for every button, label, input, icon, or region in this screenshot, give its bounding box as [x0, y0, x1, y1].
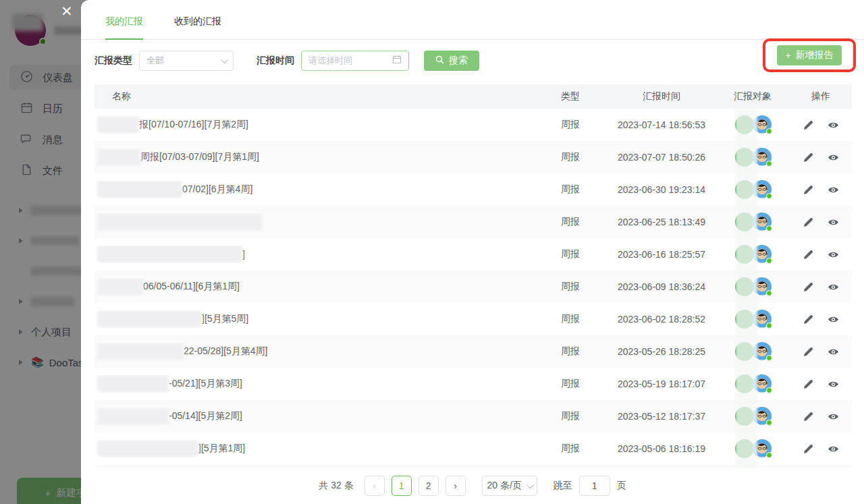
- report-name-visible: 报[07/10-07/16][7月第2周]: [139, 119, 248, 131]
- redacted-name: [97, 116, 139, 134]
- report-name-cell: -05/21][5月第3周]: [94, 375, 533, 393]
- header-time: 汇报时间: [608, 90, 716, 103]
- redacted-name: [97, 310, 202, 328]
- report-time-picker[interactable]: 请选择时间: [301, 51, 409, 71]
- report-type-select[interactable]: 全部: [139, 51, 234, 71]
- search-button[interactable]: 搜索: [424, 51, 479, 71]
- search-label: 搜索: [449, 55, 468, 67]
- report-name-cell: ][5月第5周]: [94, 310, 533, 328]
- redacted-name: [97, 408, 169, 425]
- report-name-cell: -05/14][5月第2周]: [94, 408, 533, 425]
- report-name-cell: 07/02][6月第4周]: [94, 181, 533, 198]
- report-name-visible: 07/02][6月第4周]: [182, 184, 252, 196]
- report-time-cell: 2023-07-07 18:50:26: [608, 152, 716, 163]
- online-status-dot: [766, 452, 772, 458]
- report-type-cell: 周报: [533, 216, 608, 228]
- report-ops-cell: [790, 119, 852, 131]
- edit-icon[interactable]: [803, 217, 814, 228]
- online-status-dot: [766, 161, 772, 167]
- view-icon[interactable]: [828, 281, 839, 293]
- report-type-cell: 周报: [533, 443, 608, 455]
- report-name-cell: ]: [94, 246, 533, 263]
- page-size-value: 20 条/页: [487, 480, 522, 492]
- edit-icon[interactable]: [803, 314, 814, 325]
- header-target: 汇报对象: [716, 90, 790, 103]
- online-status-dot: [766, 420, 772, 426]
- report-name-visible: -05/14][5月第2周]: [169, 410, 242, 422]
- tab-bar: 我的汇报 收到的汇报: [81, 0, 864, 40]
- view-icon[interactable]: [828, 443, 839, 455]
- chevron-down-icon: [221, 55, 228, 63]
- report-ops-cell: [790, 281, 852, 293]
- report-type-cell: 周报: [533, 248, 608, 260]
- report-type-label: 汇报类型: [94, 55, 132, 67]
- pagination-bar: 共 32 条 ‹ 1 2 › 20 条/页 跳至 页: [81, 468, 864, 504]
- edit-icon[interactable]: [803, 184, 814, 196]
- online-status-dot: [766, 128, 772, 134]
- edit-icon[interactable]: [803, 281, 814, 293]
- report-name-visible: 22-05/28][5月第4周]: [184, 345, 268, 358]
- redacted-name: [97, 246, 242, 263]
- plus-icon: +: [785, 50, 790, 61]
- redacted-name: [97, 375, 169, 393]
- redacted-name: [97, 343, 184, 360]
- report-type-cell: 周报: [533, 151, 608, 163]
- report-time-cell: 2023-06-30 19:23:14: [608, 184, 716, 195]
- report-name-cell: 22-05/28][5月第4周]: [94, 343, 533, 360]
- edit-icon[interactable]: [803, 249, 814, 260]
- view-icon[interactable]: [828, 411, 839, 422]
- view-icon[interactable]: [828, 152, 839, 163]
- view-icon[interactable]: [828, 314, 839, 325]
- reports-table: 名称 类型 汇报时间 汇报对象 操作 报[07/10-07/16][7月第2周]…: [94, 84, 852, 468]
- online-status-dot: [766, 355, 772, 361]
- online-status-dot: [766, 387, 772, 393]
- redacted-name: [97, 278, 143, 296]
- page-size-select[interactable]: 20 条/页: [482, 476, 537, 496]
- online-status-dot: [766, 225, 772, 231]
- view-icon[interactable]: [828, 217, 839, 228]
- edit-icon[interactable]: [803, 411, 814, 422]
- edit-icon[interactable]: [803, 119, 814, 131]
- tab-my-reports[interactable]: 我的汇报: [105, 16, 143, 40]
- online-status-dot: [766, 193, 772, 199]
- report-name-visible: ][5月第5周]: [202, 313, 248, 325]
- report-time-label: 汇报时间: [256, 55, 294, 67]
- header-type: 类型: [533, 90, 608, 103]
- report-ops-cell: [790, 314, 852, 325]
- total-count: 共 32 条: [319, 480, 353, 492]
- edit-icon[interactable]: [803, 443, 814, 455]
- redacted-name: [97, 148, 140, 166]
- report-ops-cell: [790, 379, 852, 390]
- report-name-cell: 周报[07/03-07/09][7月第1周]: [94, 148, 533, 166]
- report-time-cell: 2023-05-19 18:17:07: [608, 379, 716, 389]
- report-type-cell: 周报: [533, 313, 608, 325]
- next-page-button[interactable]: ›: [446, 476, 466, 496]
- view-icon[interactable]: [828, 346, 839, 358]
- report-name-visible: 06/05-06/11][6月第1周]: [143, 281, 240, 293]
- edit-icon[interactable]: [803, 346, 814, 358]
- report-ops-cell: [790, 249, 852, 260]
- jump-page-input[interactable]: [579, 476, 610, 496]
- add-report-button[interactable]: + 新增报告: [777, 45, 842, 65]
- add-report-label: 新增报告: [796, 49, 834, 61]
- view-icon[interactable]: [828, 249, 839, 260]
- view-icon[interactable]: [828, 379, 839, 390]
- report-type-cell: 周报: [533, 119, 608, 131]
- online-status-dot: [766, 290, 772, 296]
- redaction-smear-band: [736, 109, 757, 468]
- close-icon[interactable]: ✕: [61, 3, 73, 20]
- report-time-placeholder: 请选择时间: [308, 55, 352, 67]
- report-time-cell: 2023-06-16 18:25:57: [608, 249, 716, 260]
- page-unit-label: 页: [617, 480, 626, 492]
- tab-received-reports[interactable]: 收到的汇报: [174, 16, 221, 40]
- edit-icon[interactable]: [803, 379, 814, 390]
- report-time-cell: 2023-06-25 18:13:49: [608, 217, 716, 227]
- prev-page-button[interactable]: ‹: [364, 476, 385, 496]
- annotation-box: + 新增报告: [763, 38, 856, 72]
- view-icon[interactable]: [828, 184, 839, 196]
- report-name-visible: ][5月第1周]: [198, 443, 245, 455]
- edit-icon[interactable]: [803, 152, 814, 163]
- page-button-2[interactable]: 2: [418, 476, 439, 496]
- view-icon[interactable]: [828, 119, 839, 131]
- page-button-1[interactable]: 1: [392, 476, 412, 496]
